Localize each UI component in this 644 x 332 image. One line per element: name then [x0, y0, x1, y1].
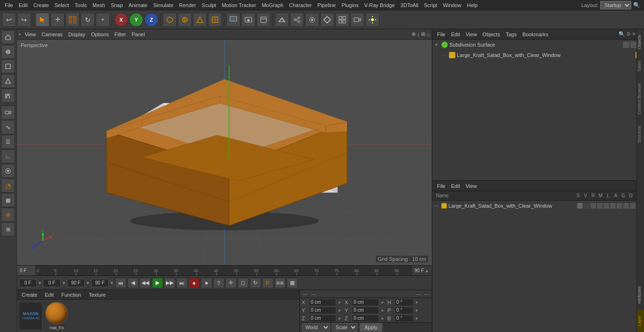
menu-file[interactable]: File — [2, 1, 16, 9]
vtab-takes[interactable]: Takes — [637, 55, 644, 78]
menu-motion-tracker[interactable]: Motion Tracker — [219, 1, 259, 9]
start-frame-input[interactable] — [43, 279, 61, 287]
light-tool[interactable] — [365, 13, 380, 27]
y-axis-btn[interactable]: Y — [129, 13, 143, 27]
subdiv-indicator-1[interactable] — [623, 41, 629, 48]
menu-character[interactable]: Character — [286, 1, 314, 9]
left-btn-10[interactable] — [1, 164, 15, 178]
coord-p-arrow-up[interactable]: ▲ — [415, 308, 419, 312]
left-btn-3[interactable] — [1, 59, 15, 73]
menu-select[interactable]: Select — [52, 1, 72, 9]
layout-dropdown[interactable]: Startup — [600, 1, 631, 9]
go-to-start-btn[interactable]: ⏮ — [115, 278, 126, 288]
mat-menu-texture[interactable]: Texture — [87, 291, 107, 299]
timeline-ruler[interactable]: 0 F 0 5 10 15 — [17, 265, 432, 275]
anim-tool-2[interactable]: ◻ — [238, 278, 249, 288]
start-frame-stepper-down[interactable]: ▼ — [62, 281, 66, 285]
menu-render[interactable]: Render — [176, 1, 199, 9]
play-btn[interactable]: ▶ — [152, 278, 163, 288]
coord-z1-arrow-up[interactable]: ▲ — [338, 316, 341, 320]
apply-button[interactable]: Apply — [359, 323, 383, 332]
material-thumbnail-area[interactable]: mat_Fo — [45, 302, 68, 330]
coord-h-input[interactable] — [395, 299, 413, 306]
obj-menu-view[interactable]: View — [464, 31, 479, 38]
vtab-structure[interactable]: Structure — [637, 120, 644, 149]
current-frame-input[interactable] — [19, 279, 37, 287]
viewport-menu-view[interactable]: View — [23, 31, 39, 38]
obj-settings-icon[interactable]: ⚙ — [626, 31, 631, 37]
viewport-icon-1[interactable]: ⊕ — [412, 31, 416, 37]
coord-y2-input[interactable] — [352, 307, 379, 314]
viewport-menu-panel[interactable]: Panel — [129, 31, 147, 38]
attr-expand[interactable]: — — [434, 203, 440, 208]
z-axis-btn[interactable]: Z — [144, 13, 158, 27]
coord-x2-arrow-up[interactable]: ▲ — [380, 300, 384, 304]
menu-help[interactable]: Help — [464, 1, 481, 9]
material-editor[interactable] — [305, 13, 319, 27]
frame-stepper-down[interactable]: ▼ — [38, 281, 42, 285]
left-btn-7[interactable]: ∿ — [1, 120, 15, 134]
attr-dot-6[interactable] — [610, 203, 616, 209]
coord-z2-input[interactable] — [352, 315, 379, 322]
node-editor[interactable] — [290, 13, 304, 27]
attr-kraft-row[interactable]: — Large_Kraft_Salad_Box_with_Clear_Windo… — [432, 201, 644, 211]
attr-dot-2[interactable] — [584, 203, 589, 209]
left-btn-12[interactable]: ▦ — [1, 193, 15, 207]
coord-z2-arrow-up[interactable]: ▲ — [380, 316, 384, 320]
kraft-box-row[interactable]: — Large_Kraft_Salad_Box_with_Clear_Windo… — [432, 50, 644, 60]
viewport-menu-display[interactable]: Display — [66, 31, 88, 38]
undo-button[interactable]: ↩ — [2, 13, 16, 27]
mat-menu-function[interactable]: Function — [59, 291, 83, 299]
vtab-content[interactable]: Content Browser — [637, 77, 644, 120]
subdivision-surface-row[interactable]: ▼ Subdivision Surface ✓ — [432, 40, 644, 50]
vtab-layer[interactable]: Layer — [637, 310, 644, 332]
end-frame-stepper-down[interactable]: ▼ — [86, 281, 90, 285]
attr-dot-3[interactable] — [590, 203, 596, 209]
anim-tool-4[interactable]: P — [262, 278, 273, 288]
anim-tool-6[interactable]: ▦ — [287, 278, 298, 288]
world-select[interactable]: World — [302, 323, 330, 332]
coord-x1-input[interactable] — [309, 299, 336, 306]
transform-tool[interactable]: + — [96, 13, 110, 27]
attr-dot-4[interactable] — [597, 203, 603, 209]
select-tool[interactable] — [35, 13, 50, 27]
menu-pipeline[interactable]: Pipeline — [314, 1, 339, 9]
anim-tool-3[interactable]: ↻ — [250, 278, 261, 288]
render-settings[interactable] — [256, 13, 271, 27]
menu-3dtoall[interactable]: 3DToAll — [397, 1, 421, 9]
menu-mesh[interactable]: Mesh — [90, 1, 108, 9]
left-btn-9[interactable]: ∟ — [1, 149, 15, 163]
left-btn-5[interactable] — [1, 89, 15, 103]
left-btn-4[interactable] — [1, 74, 15, 88]
xpresso-editor[interactable] — [320, 13, 334, 27]
attr-dot-1[interactable] — [577, 203, 583, 209]
attr-dot-9[interactable] — [630, 203, 636, 209]
attr-dot-5[interactable] — [603, 203, 609, 209]
end-frame-input2[interactable] — [91, 279, 109, 287]
scale-tool[interactable] — [66, 13, 80, 27]
obj-menu-bookmarks[interactable]: Bookmarks — [520, 31, 550, 38]
menu-animate[interactable]: Animate — [126, 1, 150, 9]
left-btn-1[interactable] — [1, 30, 15, 44]
left-btn-2[interactable] — [1, 45, 15, 59]
subdiv-indicator-2[interactable] — [630, 41, 637, 48]
face-mode[interactable] — [208, 13, 222, 27]
attr-dot-7[interactable] — [617, 203, 622, 209]
coord-b-arrow-up[interactable]: ▲ — [415, 316, 419, 320]
render-active-view[interactable] — [226, 13, 240, 27]
perspective-view[interactable] — [275, 13, 289, 27]
obj-menu-edit[interactable]: Edit — [449, 31, 462, 38]
viewport-icon-4[interactable]: ⌂ — [427, 32, 430, 37]
coord-x1-arrow-up[interactable]: ▲ — [338, 300, 341, 304]
play-prev-btn[interactable]: ◀ — [127, 278, 139, 288]
object-mode[interactable] — [178, 13, 192, 27]
mat-menu-edit[interactable]: Edit — [43, 291, 56, 299]
menu-plugins[interactable]: Plugins — [339, 1, 361, 9]
camera-tool[interactable] — [350, 13, 364, 27]
material-sphere[interactable] — [45, 302, 68, 324]
redo-button[interactable]: ↪ — [17, 13, 31, 27]
coord-z1-input[interactable] — [309, 315, 336, 322]
viewport-icon-2[interactable]: ↕ — [417, 32, 420, 37]
play-next-btn[interactable]: ▶▶ — [164, 278, 175, 288]
left-btn-6[interactable] — [1, 105, 15, 120]
